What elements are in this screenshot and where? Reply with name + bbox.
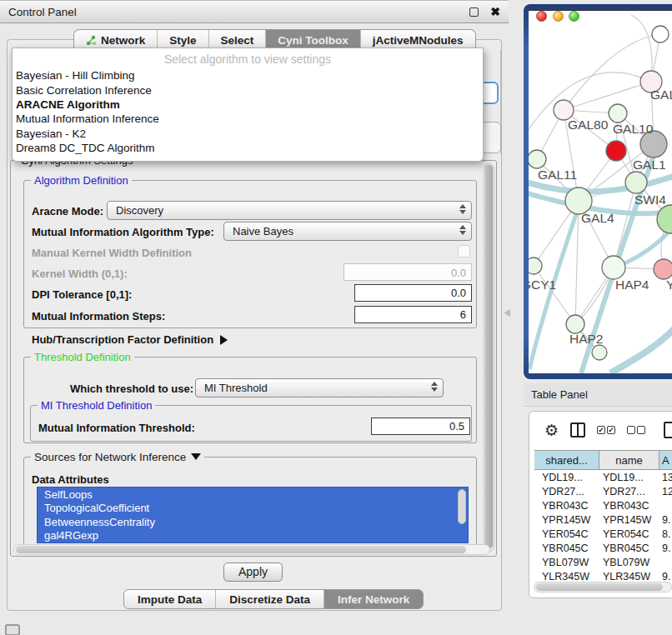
table-cell: YDL19...: [599, 472, 659, 483]
table-row[interactable]: YLR345WYLR345W9.: [534, 569, 672, 580]
network-node-bottom_small[interactable]: [592, 345, 607, 360]
menu-item-bayesian-k2[interactable]: Bayesian - K2: [13, 128, 483, 142]
network-node-gcy1[interactable]: [529, 258, 542, 274]
network-node-hap4[interactable]: [602, 256, 625, 279]
table-row[interactable]: YBL079WYBL079W: [534, 555, 672, 569]
network-node-red_node[interactable]: [606, 141, 626, 161]
algorithm-dropdown-menu: Select algorithm to view settings Bayesi…: [12, 48, 484, 162]
table-horizontal-scrollbar[interactable]: [534, 582, 672, 592]
attribute-gal4rgexp[interactable]: gal4RGexp: [38, 529, 468, 543]
network-node-white_top[interactable]: [652, 26, 669, 42]
data-attributes-list[interactable]: SelfLoopsTopologicalCoefficientBetweenne…: [37, 487, 469, 543]
deselect-all-checkboxes-icon[interactable]: [627, 426, 645, 434]
network-node-pink_right[interactable]: [654, 259, 672, 279]
network-node-hap2[interactable]: [566, 315, 584, 333]
gear-icon[interactable]: ⚙: [544, 422, 559, 438]
table-row[interactable]: YER054CYER054C8.: [534, 527, 672, 541]
attribute-selfloops[interactable]: SelfLoops: [38, 488, 468, 502]
attribute-betweennesscentrality[interactable]: BetweennessCentrality: [38, 515, 468, 529]
window-zoom-traffic-light[interactable]: [569, 11, 579, 22]
table-row[interactable]: YDR27...YDR27...12: [534, 484, 672, 498]
menu-item-mutual-information-inference[interactable]: Mutual Information Inference: [13, 112, 483, 127]
mi-type-combo[interactable]: Naive Bayes: [223, 222, 472, 241]
menu-item-dream8-dc-tdc-algorithm[interactable]: Dream8 DC_TDC Algorithm: [13, 142, 483, 156]
window-minimize-traffic-light[interactable]: [553, 11, 564, 22]
network-node-label: GAL1: [633, 158, 666, 172]
menu-item-basic-correlation-inference[interactable]: Basic Correlation Inference: [13, 83, 483, 98]
network-node-gal1[interactable]: [625, 172, 647, 193]
algorithm-menu-items: Bayesian - Hill ClimbingBasic Correlatio…: [13, 69, 483, 156]
table-cell: 13: [659, 472, 672, 483]
manual-kernel-label: Manual Kernel Width Definition: [32, 247, 192, 259]
network-thick-edge: [610, 326, 672, 373]
dpi-tolerance-field[interactable]: 0.0: [354, 284, 472, 302]
close-icon[interactable]: ✖: [490, 8, 500, 17]
settings-horizontal-scrollbar[interactable]: [13, 544, 490, 555]
table-cell: YDR27...: [534, 486, 599, 498]
network-node-gal11[interactable]: [529, 150, 546, 168]
apply-button[interactable]: Apply: [223, 562, 283, 582]
table-row[interactable]: YPR145WYPR145W9.: [534, 512, 672, 527]
menu-item-bayesian-hill-climbing[interactable]: Bayesian - Hill Climbing: [13, 69, 483, 83]
menu-item-aracne-algorithm[interactable]: ARACNE Algorithm: [13, 98, 483, 112]
mi-threshold-label: Mutual Information Threshold:: [38, 422, 195, 434]
network-node-gal10[interactable]: [609, 104, 627, 122]
settings-vertical-scrollbar[interactable]: [484, 163, 494, 552]
table-cell: 9.: [659, 571, 672, 581]
window-close-traffic-light[interactable]: [536, 11, 547, 22]
dpi-tolerance-label: DPI Tolerance [0,1]:: [32, 288, 132, 301]
column-header-name[interactable]: name: [599, 451, 659, 469]
tab-discretize-data[interactable]: Discretize Data: [216, 590, 324, 608]
network-node-label: GAL80: [568, 118, 609, 132]
network-node-label: GAL4: [581, 211, 614, 225]
aracne-mode-combo[interactable]: Discovery: [107, 201, 472, 220]
aracne-mode-label: Aracne Mode:: [32, 205, 103, 218]
show-columns-icon[interactable]: [570, 422, 585, 438]
table-cell: YLR345W: [599, 571, 659, 581]
network-canvas[interactable]: GAL7GAL80GAL10GAL11GAL1SWI4GAL4GCY1HAP4Y…: [529, 10, 672, 373]
table-row[interactable]: YBR045CYBR045C9.: [534, 541, 672, 555]
table-cell: 9.: [659, 514, 672, 526]
control-panel-titlebar: Control Panel ✖: [0, 0, 509, 23]
export-table-icon[interactable]: [664, 422, 672, 438]
expand-right-icon: [220, 335, 228, 345]
tab-infer-network[interactable]: Infer Network: [324, 590, 423, 608]
tab-label: Select: [221, 34, 254, 47]
mi-type-value: Naive Bayes: [233, 225, 293, 238]
collapse-down-icon: [191, 453, 201, 460]
which-threshold-combo[interactable]: MI Threshold: [195, 378, 444, 398]
attribute-topologicalcoefficient[interactable]: TopologicalCoefficient: [38, 502, 468, 516]
sources-group-title[interactable]: Sources for Network Inference: [31, 451, 204, 463]
table-cell: YER054C: [599, 528, 659, 540]
table-cell: 9.: [659, 542, 672, 554]
table-cell: YBR043C: [599, 500, 659, 512]
kernel-width-label: Kernel Width (0,1):: [32, 268, 128, 280]
mi-threshold-field[interactable]: 0.5: [371, 418, 470, 435]
table-cell: YPR145W: [599, 514, 659, 526]
tab-label: jActiveMNodules: [373, 34, 464, 47]
table-row[interactable]: YDL19...YDL19...13: [534, 470, 672, 484]
tab-label: Cyni Toolbox: [278, 34, 349, 47]
mi-type-label: Mutual Information Algorithm Type:: [32, 226, 214, 238]
table-cell: YBR045C: [599, 542, 659, 554]
table-rows[interactable]: YDL19...YDL19...13YDR27...YDR27...12YBR0…: [534, 470, 672, 580]
table-panel-title: Table Panel: [531, 388, 588, 401]
manual-kernel-checkbox[interactable]: [458, 245, 470, 258]
network-node-swi4[interactable]: [657, 205, 672, 233]
split-pane-handle-icon[interactable]: [504, 309, 510, 317]
table-row[interactable]: YBR043CYBR043C: [534, 498, 672, 512]
mi-steps-field[interactable]: 6: [354, 306, 472, 323]
table-cell: 12: [659, 486, 672, 498]
column-header-shared[interactable]: shared...: [534, 451, 599, 469]
mi-steps-label: Mutual Information Steps:: [32, 310, 165, 322]
table-cell: YER054C: [534, 528, 599, 540]
float-window-icon[interactable]: [469, 8, 479, 17]
table-column-headers[interactable]: shared...nameA: [534, 450, 672, 470]
tab-impute-data[interactable]: Impute Data: [124, 590, 216, 608]
dock-panel-icon[interactable]: [5, 624, 20, 635]
column-header-a[interactable]: A: [659, 451, 672, 469]
select-all-checkboxes-icon[interactable]: ✓✓: [597, 426, 615, 434]
hub-definition-toggle[interactable]: Hub/Transcription Factor Definition: [32, 333, 228, 346]
kernel-width-field[interactable]: 0.0: [344, 263, 472, 281]
attributes-scrollbar[interactable]: [458, 489, 466, 524]
